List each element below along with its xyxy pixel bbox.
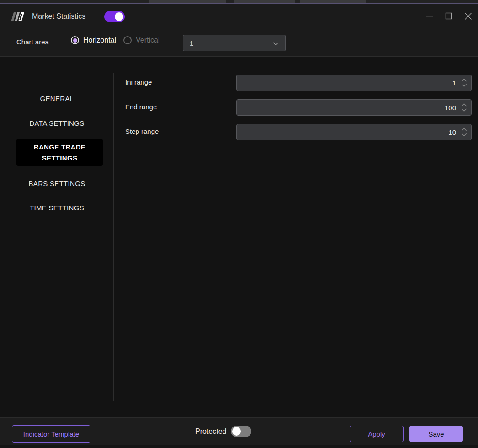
minimize-icon[interactable] bbox=[423, 10, 436, 22]
sidebar-item-range-trade-settings[interactable]: RANGE TRADE SETTINGS bbox=[16, 139, 103, 166]
form-row-step-range: Step range bbox=[114, 124, 478, 140]
indicator-enabled-toggle[interactable] bbox=[104, 11, 125, 22]
ini-range-field bbox=[236, 75, 472, 91]
background-tab bbox=[300, 0, 366, 3]
dialog-footer: Indicator Template Protected Apply Save bbox=[0, 417, 478, 445]
chart-area-orientation-radios: Horizontal Vertical bbox=[71, 36, 160, 44]
step-range-field bbox=[236, 124, 472, 140]
end-range-field bbox=[236, 99, 472, 116]
radio-horizontal[interactable]: Horizontal bbox=[71, 36, 116, 44]
stepper-up-down-icon[interactable] bbox=[461, 127, 467, 137]
background-tab bbox=[234, 0, 295, 3]
radio-selected-icon bbox=[71, 36, 79, 44]
sidebar-item-data-settings[interactable]: DATA SETTINGS bbox=[0, 118, 114, 128]
form-row-end-range: End range bbox=[114, 99, 478, 116]
background-windows-strip bbox=[0, 0, 478, 4]
protected-toggle[interactable] bbox=[231, 426, 251, 437]
close-icon[interactable] bbox=[462, 10, 474, 22]
apply-button[interactable]: Apply bbox=[350, 426, 404, 442]
end-range-label: End range bbox=[125, 103, 157, 111]
form-row-ini-range: Ini range bbox=[114, 75, 478, 91]
stepper-up-down-icon[interactable] bbox=[461, 102, 467, 112]
maximize-icon[interactable] bbox=[442, 10, 455, 22]
sidebar-item-bars-settings[interactable]: BARS SETTINGS bbox=[0, 179, 114, 189]
indicator-template-button[interactable]: Indicator Template bbox=[12, 425, 90, 443]
ini-range-input[interactable] bbox=[242, 79, 456, 87]
toggle-knob bbox=[115, 12, 123, 21]
save-button[interactable]: Save bbox=[409, 426, 463, 442]
chevron-down-icon bbox=[273, 39, 279, 47]
step-range-label: Step range bbox=[125, 128, 159, 135]
app-logo-slashes-icon bbox=[8, 10, 27, 24]
window-controls bbox=[423, 10, 474, 22]
end-range-input[interactable] bbox=[242, 104, 456, 112]
settings-sidebar: GENERAL DATA SETTINGS RANGE TRADE SETTIN… bbox=[0, 73, 114, 448]
protected-group: Protected bbox=[195, 426, 251, 437]
radio-dot bbox=[73, 38, 77, 43]
settings-content: GENERAL DATA SETTINGS RANGE TRADE SETTIN… bbox=[0, 57, 478, 417]
dropdown-selected-value: 1 bbox=[190, 39, 273, 47]
stepper-up-down-icon[interactable] bbox=[461, 78, 467, 88]
sidebar-item-time-settings[interactable]: TIME SETTINGS bbox=[0, 203, 114, 213]
protected-label: Protected bbox=[195, 427, 226, 436]
ini-range-label: Ini range bbox=[125, 78, 152, 86]
chart-area-label: Chart area bbox=[16, 38, 49, 46]
dialog-header: Market Statistics Chart area Horizontal bbox=[0, 4, 478, 57]
step-range-input[interactable] bbox=[242, 128, 456, 136]
chart-area-row: Chart area Horizontal Vertical 1 bbox=[0, 30, 478, 56]
radio-unselected-icon bbox=[123, 36, 132, 44]
chart-area-number-dropdown[interactable]: 1 bbox=[183, 35, 286, 51]
toggle-knob bbox=[232, 427, 241, 436]
radio-horizontal-label: Horizontal bbox=[83, 36, 116, 44]
title-bar: Market Statistics bbox=[0, 4, 478, 30]
sidebar-item-general[interactable]: GENERAL bbox=[0, 94, 114, 104]
background-tab bbox=[149, 0, 226, 3]
window-title: Market Statistics bbox=[32, 12, 85, 21]
radio-vertical-label: Vertical bbox=[136, 36, 159, 44]
radio-vertical[interactable]: Vertical bbox=[123, 36, 159, 44]
window-bottom-edge bbox=[0, 445, 478, 448]
